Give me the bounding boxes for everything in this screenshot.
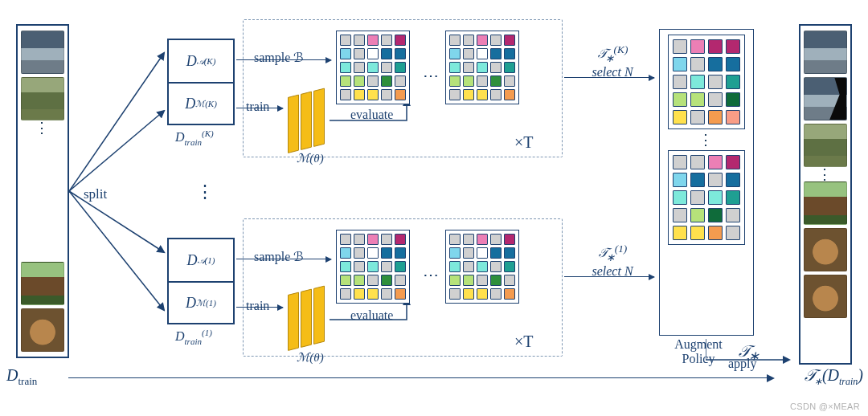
policy-grid-b bbox=[668, 150, 745, 245]
label-train-1: train bbox=[246, 299, 269, 313]
thumb-car bbox=[21, 31, 64, 74]
diagram-root: ⋮ Dtrain split D𝒜(K) Dℳ(K) Dtrain(K) D𝒜(… bbox=[0, 0, 868, 416]
fold-k-box: D𝒜(K) Dℳ(K) bbox=[167, 39, 235, 125]
train-images-strip: ⋮ bbox=[16, 24, 69, 358]
candidates-grid-k-1 bbox=[336, 31, 410, 104]
thumb-ground-aug2 bbox=[804, 275, 847, 318]
model-k-caption: ℳ(θ) bbox=[286, 151, 334, 165]
label-eval-k: evaluate bbox=[350, 108, 393, 122]
thumb-ground bbox=[21, 308, 64, 352]
model-1 bbox=[288, 283, 333, 351]
label-t-dtrain: 𝒯∗(Dtrain) bbox=[804, 366, 863, 388]
thumb-horse bbox=[21, 262, 64, 305]
watermark: CSDN @×MEAR bbox=[790, 402, 860, 411]
fold-1-box: D𝒜(1) Dℳ(1) bbox=[167, 238, 235, 324]
policy-vdots: ⋮ bbox=[698, 136, 714, 144]
thumb-horse-aug bbox=[804, 181, 847, 225]
fold-1-A: D𝒜(1) bbox=[169, 239, 233, 281]
label-split: split bbox=[84, 186, 107, 202]
timesT-1: ×T bbox=[514, 332, 534, 351]
augment-policy-column: ⋮ bbox=[659, 29, 754, 336]
model-1-caption: ℳ(θ) bbox=[286, 350, 334, 365]
candidates-grid-k-2 bbox=[445, 31, 519, 104]
thumb-field-aug bbox=[804, 124, 847, 167]
folds-vdots: ⋮ bbox=[196, 181, 214, 202]
label-select-1: 𝒯∗(1)select N bbox=[577, 243, 648, 279]
svg-line-3 bbox=[69, 191, 164, 310]
vdots: ⋮ bbox=[35, 124, 51, 132]
hdots-k: ⋯ bbox=[423, 66, 439, 85]
model-k bbox=[288, 86, 333, 153]
timesT-k: ×T bbox=[514, 133, 534, 152]
candidates-grid-1-1 bbox=[336, 230, 410, 304]
svg-line-0 bbox=[69, 53, 164, 191]
policy-grid-a bbox=[668, 35, 745, 129]
thumb-ground-aug1 bbox=[804, 228, 847, 271]
fold-1-caption: Dtrain(1) bbox=[175, 328, 212, 346]
thumb-field bbox=[21, 77, 64, 120]
thumb-car-aug2 bbox=[804, 77, 847, 120]
fold-k-M: Dℳ(K) bbox=[169, 82, 233, 124]
label-dtrain: Dtrain bbox=[6, 366, 37, 388]
label-select-k: 𝒯∗(K)select N bbox=[577, 43, 648, 80]
fold-k-A: D𝒜(K) bbox=[169, 40, 233, 82]
vdots-right: ⋮ bbox=[817, 170, 833, 178]
label-eval-1: evaluate bbox=[350, 308, 393, 323]
label-apply: apply bbox=[728, 357, 757, 371]
label-sample-1: sample ℬ bbox=[254, 249, 304, 264]
fold-1-M: Dℳ(1) bbox=[169, 281, 233, 323]
label-sample-k: sample ℬ bbox=[254, 50, 304, 65]
thumb-car-aug1 bbox=[804, 31, 847, 74]
candidates-grid-1-2 bbox=[445, 230, 519, 304]
pipeline-arrow bbox=[68, 377, 773, 378]
label-train-k: train bbox=[246, 100, 269, 114]
hdots-1: ⋯ bbox=[423, 265, 439, 284]
fold-k-caption: Dtrain(K) bbox=[175, 128, 214, 147]
augmented-images-strip: ⋮ bbox=[799, 24, 852, 365]
